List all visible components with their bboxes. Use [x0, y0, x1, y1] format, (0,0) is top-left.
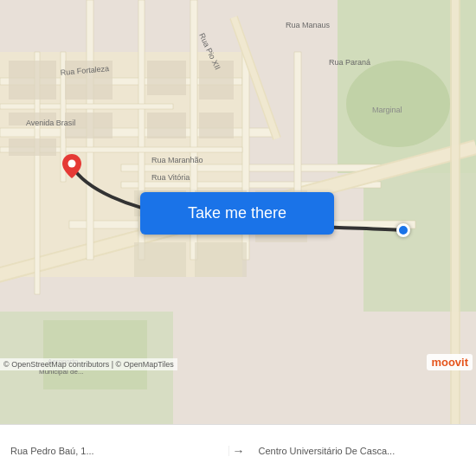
- button-label: Take me there: [188, 204, 286, 222]
- to-label: Centro Universitário De Casca...: [259, 446, 466, 456]
- map-view: Rua Fortaleza Avenida Brasil Rua Pio XII…: [0, 0, 476, 424]
- svg-rect-37: [195, 242, 247, 277]
- bottom-navigation-bar: Rua Pedro Baú, 1... → Centro Universitár…: [0, 424, 476, 476]
- destination-marker: [396, 223, 410, 237]
- svg-text:Avenida Brasil: Avenida Brasil: [26, 119, 75, 127]
- svg-rect-9: [121, 164, 381, 171]
- moovit-logo: moovit: [427, 354, 473, 370]
- svg-text:Rua Vitória: Rua Vitória: [151, 173, 190, 182]
- svg-rect-25: [9, 61, 56, 100]
- svg-text:Marginal: Marginal: [372, 106, 402, 114]
- svg-point-3: [346, 61, 450, 147]
- direction-arrow-icon: →: [233, 444, 245, 458]
- take-me-there-button[interactable]: Take me there: [140, 192, 334, 235]
- svg-text:Rua Paraná: Rua Paraná: [329, 58, 370, 67]
- svg-rect-21: [0, 104, 173, 109]
- svg-point-52: [68, 160, 76, 168]
- svg-text:Rua Manaus: Rua Manaus: [286, 21, 331, 29]
- svg-rect-30: [147, 61, 186, 95]
- svg-rect-28: [9, 138, 56, 156]
- svg-rect-33: [199, 113, 234, 138]
- svg-rect-31: [147, 113, 186, 138]
- svg-rect-5: [43, 320, 147, 389]
- svg-rect-36: [134, 242, 186, 277]
- map-attribution: © OpenStreetMap contributors | © OpenMap…: [0, 358, 177, 370]
- origin-location: Rua Pedro Baú, 1...: [0, 446, 229, 456]
- from-label: Rua Pedro Baú, 1...: [10, 446, 218, 456]
- destination-location: Centro Universitário De Casca...: [248, 446, 477, 456]
- origin-marker: [62, 154, 81, 178]
- svg-text:Rua Maranhão: Rua Maranhão: [151, 156, 203, 164]
